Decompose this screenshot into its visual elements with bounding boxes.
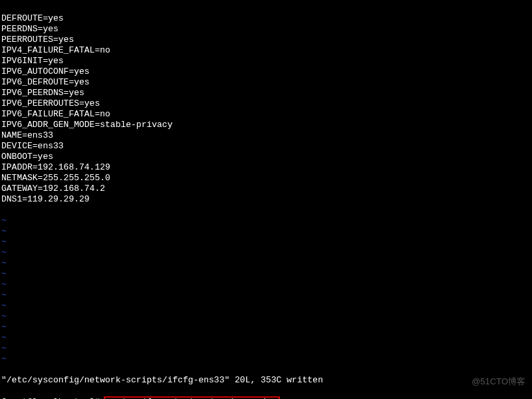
config-line: IPV6_PEERDNS=yes <box>1 88 531 98</box>
vim-tilde-line: ~ <box>1 332 531 343</box>
config-line: DEFROUTE=yes <box>1 13 531 24</box>
config-line: PEERROUTES=yes <box>1 35 531 45</box>
vim-tilde-line: ~ <box>1 247 531 258</box>
vim-tilde-line: ~ <box>1 215 531 226</box>
vim-tilde-line: ~ <box>1 290 531 301</box>
highlighted-command: systemctl restart network.service <box>104 396 280 399</box>
vim-tilde-line: ~ <box>1 269 531 279</box>
config-line: IPV4_FAILURE_FATAL=no <box>1 45 531 56</box>
vim-status-line: "/etc/sysconfig/network-scripts/ifcfg-en… <box>1 375 531 386</box>
config-line: ONBOOT=yes <box>1 152 531 162</box>
config-line: IPV6_FAILURE_FATAL=no <box>1 109 531 120</box>
vim-tilde-line: ~ <box>1 301 531 311</box>
vim-tilde-line: ~ <box>1 354 531 364</box>
terminal-output[interactable]: DEFROUTE=yesPEERDNS=yesPEERROUTES=yesIPV… <box>0 0 532 399</box>
config-line: GATEWAY=192.168.74.2 <box>1 184 531 194</box>
config-line: IPV6INIT=yes <box>1 56 531 66</box>
watermark-text: @51CTO博客 <box>471 376 525 387</box>
config-line: PEERDNS=yes <box>1 24 531 35</box>
config-line: IPV6_DEFROUTE=yes <box>1 77 531 88</box>
vim-tilde-line: ~ <box>1 322 531 332</box>
config-line: IPV6_AUTOCONF=yes <box>1 66 531 77</box>
vim-tilde-line: ~ <box>1 343 531 354</box>
tilde-block: ~~~~~~~~~~~~~~ <box>1 215 531 364</box>
vim-tilde-line: ~ <box>1 237 531 247</box>
vim-tilde-line: ~ <box>1 279 531 290</box>
vim-tilde-line: ~ <box>1 226 531 237</box>
vim-tilde-line: ~ <box>1 258 531 269</box>
config-line: IPADDR=192.168.74.129 <box>1 162 531 173</box>
config-line: IPV6_ADDR_GEN_MODE=stable-privacy <box>1 120 531 130</box>
config-line: IPV6_PEERROUTES=yes <box>1 98 531 109</box>
config-line: DEVICE=ens33 <box>1 141 531 152</box>
config-line: NAME=ens33 <box>1 130 531 141</box>
config-block: DEFROUTE=yesPEERDNS=yesPEERROUTES=yesIPV… <box>1 13 531 205</box>
shell-prompt-1: [root@localhost ~]# systemctl restart ne… <box>1 396 531 399</box>
config-line: DNS1=119.29.29.29 <box>1 194 531 205</box>
config-line: NETMASK=255.255.255.0 <box>1 173 531 184</box>
vim-tilde-line: ~ <box>1 311 531 322</box>
